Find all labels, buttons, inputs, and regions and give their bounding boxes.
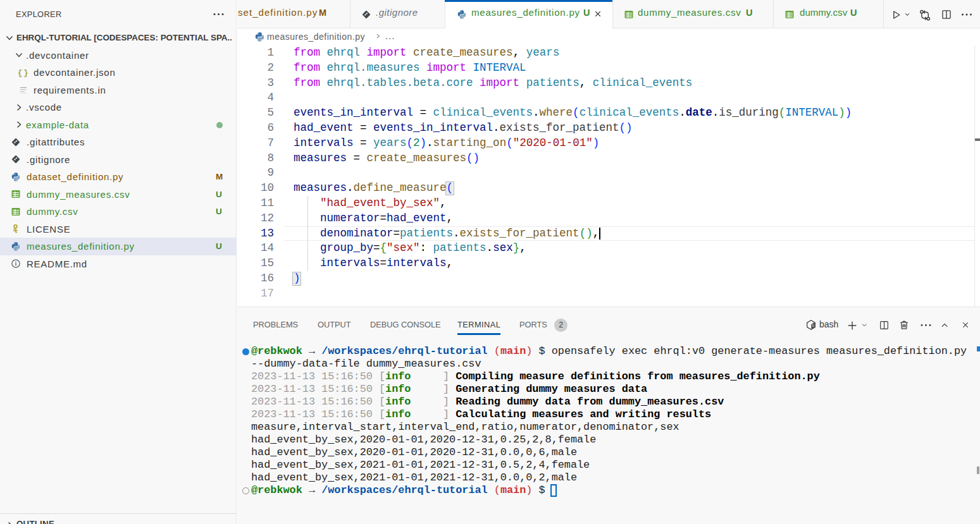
svg-text:$: $ xyxy=(812,324,814,327)
svg-text:{}: {} xyxy=(18,68,28,78)
